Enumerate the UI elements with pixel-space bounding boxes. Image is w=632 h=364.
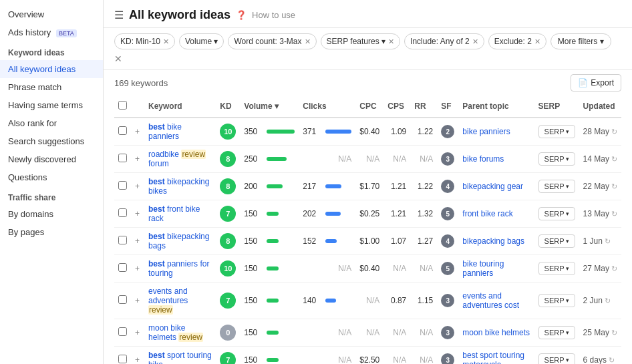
kd-badge: 10 xyxy=(220,124,236,140)
row-checkbox[interactable] xyxy=(118,208,127,217)
row-add-cell[interactable]: + xyxy=(131,347,144,365)
filter-kd-close[interactable]: ✕ xyxy=(163,37,169,46)
parent-topic-link[interactable]: front bike rack xyxy=(462,209,512,218)
parent-topic-link[interactable]: bike panniers xyxy=(462,127,510,136)
row-keyword-cell: best bike panniers xyxy=(144,118,216,146)
row-checkbox[interactable] xyxy=(118,263,127,272)
serp-button[interactable]: SERP ▾ xyxy=(538,152,575,166)
refresh-icon[interactable]: ↻ xyxy=(607,356,615,364)
sidebar-item-ads-history[interactable]: Ads history BETA xyxy=(0,23,103,41)
keyword-link[interactable]: events and adventures review xyxy=(148,287,188,315)
refresh-icon[interactable]: ↻ xyxy=(609,155,617,163)
refresh-icon[interactable]: ↻ xyxy=(609,182,617,190)
row-checkbox[interactable] xyxy=(118,295,127,304)
parent-topic-link[interactable]: bike forums xyxy=(462,154,504,164)
refresh-icon[interactable]: ↻ xyxy=(609,210,617,218)
serp-button[interactable]: SERP ▾ xyxy=(538,180,575,193)
th-volume[interactable]: Volume ▾ xyxy=(240,96,299,118)
serp-button[interactable]: SERP ▾ xyxy=(538,353,575,364)
help-icon[interactable]: ❓ xyxy=(236,10,247,20)
row-add-cell[interactable]: + xyxy=(131,200,144,228)
sidebar-item-phrase-match[interactable]: Phrase match xyxy=(0,78,103,96)
sf-badge: 3 xyxy=(441,152,454,166)
keyword-link[interactable]: best sport touring bike xyxy=(148,351,212,364)
parent-topic-link[interactable]: best sport touring motorcycle xyxy=(462,351,524,364)
export-button[interactable]: 📄 Export xyxy=(571,74,621,92)
row-add-cell[interactable]: + xyxy=(131,228,144,255)
keyword-link[interactable]: best bikepacking bikes xyxy=(148,177,209,196)
serp-button[interactable]: SERP ▾ xyxy=(538,294,575,307)
filter-exclude[interactable]: Exclude: 2 ✕ xyxy=(488,33,546,49)
row-checkbox[interactable] xyxy=(118,327,127,336)
serp-button[interactable]: SERP ▾ xyxy=(538,326,575,339)
row-checkbox[interactable] xyxy=(118,355,127,363)
row-checkbox[interactable] xyxy=(118,236,127,244)
sidebar-item-having-same-terms[interactable]: Having same terms xyxy=(0,96,103,114)
row-checkbox-cell xyxy=(114,173,131,200)
keyword-link[interactable]: best bike panniers xyxy=(148,122,182,141)
parent-topic-link[interactable]: bikepacking gear xyxy=(462,182,523,191)
row-add-cell[interactable]: + xyxy=(131,283,144,319)
row-add-cell[interactable]: + xyxy=(131,146,144,173)
refresh-icon[interactable]: ↻ xyxy=(603,297,611,305)
row-sf-cell: 3 xyxy=(437,146,458,173)
clicks-number: 140 xyxy=(303,296,323,305)
sidebar-item-newly-discovered[interactable]: Newly discovered xyxy=(0,150,103,168)
row-add-cell[interactable]: + xyxy=(131,319,144,347)
filter-exclude-close[interactable]: ✕ xyxy=(534,37,540,46)
filter-word-count[interactable]: Word count: 3-Max ✕ xyxy=(228,33,316,49)
parent-topic-link[interactable]: moon bike helmets xyxy=(462,328,530,337)
row-checkbox[interactable] xyxy=(118,126,127,135)
sidebar-item-overview[interactable]: Overview xyxy=(0,5,103,23)
serp-button[interactable]: SERP ▾ xyxy=(538,234,575,248)
filter-volume[interactable]: Volume ▾ xyxy=(179,33,224,49)
sidebar-item-search-suggestions[interactable]: Search suggestions xyxy=(0,132,103,150)
filter-include-close[interactable]: ✕ xyxy=(472,37,478,46)
row-clicks-cell: N/A xyxy=(299,319,355,347)
keyword-link[interactable]: best bikepacking bags xyxy=(148,232,209,250)
keyword-link[interactable]: best panniers for touring xyxy=(148,259,209,278)
select-all-checkbox[interactable] xyxy=(118,101,127,110)
serp-button[interactable]: SERP ▾ xyxy=(538,125,575,138)
row-volume-cell: 150 xyxy=(240,319,299,347)
also-rank-for-label: Also rank for xyxy=(8,118,57,128)
keyword-part: events and adventures xyxy=(148,287,188,305)
row-add-cell[interactable]: + xyxy=(131,173,144,200)
how-to-link[interactable]: How to use xyxy=(252,10,295,20)
refresh-icon[interactable]: ↻ xyxy=(603,237,611,245)
kd-badge: 8 xyxy=(220,151,236,167)
parent-topic-link[interactable]: bikepacking bags xyxy=(462,236,524,246)
keyword-link[interactable]: best front bike rack xyxy=(148,204,200,223)
filter-kd[interactable]: KD: Min-10 ✕ xyxy=(114,33,175,49)
sidebar-item-by-domains[interactable]: By domains xyxy=(0,205,103,223)
more-filters-button[interactable]: More filters ▾ xyxy=(550,33,611,49)
row-add-cell[interactable]: + xyxy=(131,118,144,146)
keyword-link[interactable]: roadbike review forum xyxy=(148,150,206,168)
parent-topic-link[interactable]: bike touring panniers xyxy=(462,259,504,278)
filter-serp-features-close[interactable]: ✕ xyxy=(388,37,394,46)
filter-serp-features[interactable]: SERP features ▾ ✕ xyxy=(321,33,401,49)
sidebar-item-all-keyword-ideas[interactable]: All keyword ideas xyxy=(0,60,103,78)
serp-button[interactable]: SERP ▾ xyxy=(538,207,575,220)
sidebar-item-questions[interactable]: Questions xyxy=(0,168,103,186)
row-checkbox[interactable] xyxy=(118,154,127,162)
refresh-icon[interactable]: ↻ xyxy=(609,128,617,136)
keyword-link[interactable]: moon bike helmets review xyxy=(148,323,203,342)
th-parent-topic: Parent topic xyxy=(458,96,534,118)
serp-button[interactable]: SERP ▾ xyxy=(538,262,575,275)
row-checkbox[interactable] xyxy=(118,181,127,190)
keyword-section-label: Keyword ideas xyxy=(8,48,65,57)
parent-topic-link[interactable]: events and adventures cost xyxy=(462,291,519,310)
sidebar-item-also-rank-for[interactable]: Also rank for xyxy=(0,114,103,132)
chevron-down-icon: ▾ xyxy=(566,357,569,363)
clear-filters-button[interactable]: ✕ xyxy=(114,53,122,64)
filter-include[interactable]: Include: Any of 2 ✕ xyxy=(404,33,484,49)
row-add-cell[interactable]: + xyxy=(131,255,144,283)
hamburger-icon[interactable]: ☰ xyxy=(114,9,124,21)
row-cpc-cell: $0.40 xyxy=(355,118,383,146)
sidebar-item-by-pages[interactable]: By pages xyxy=(0,223,103,241)
refresh-icon[interactable]: ↻ xyxy=(609,329,617,337)
refresh-icon[interactable]: ↻ xyxy=(609,264,617,272)
row-rr-cell: N/A xyxy=(410,146,437,173)
filter-word-count-close[interactable]: ✕ xyxy=(305,37,311,46)
